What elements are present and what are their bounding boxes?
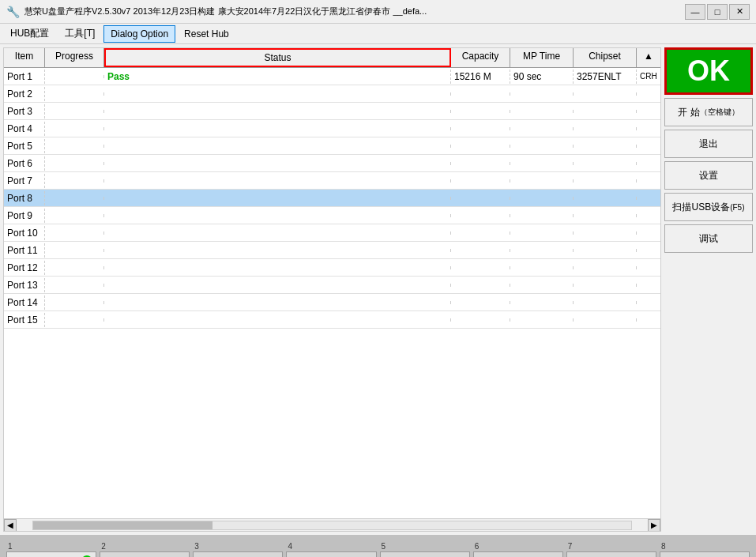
td-item: Port 4 xyxy=(4,122,45,136)
thumb-item[interactable]: 6 xyxy=(473,541,563,557)
table-row[interactable]: Port 2 xyxy=(4,85,660,103)
td-progress xyxy=(45,284,104,287)
thumb-box[interactable] xyxy=(473,551,563,557)
td-progress xyxy=(45,92,104,96)
td-status xyxy=(104,92,451,96)
td-capacity xyxy=(451,110,510,113)
scroll-left-arrow[interactable]: ◀ xyxy=(4,519,17,532)
thumb-box[interactable] xyxy=(193,551,283,557)
debug-button[interactable]: 调试 xyxy=(664,224,753,253)
td-progress xyxy=(45,249,104,252)
table-row[interactable]: Port 7 xyxy=(4,172,660,190)
table-row[interactable]: Port 10 xyxy=(4,224,660,242)
td-progress xyxy=(45,197,104,200)
thumb-box[interactable] xyxy=(380,551,470,557)
table-row[interactable]: Port 4 xyxy=(4,120,660,137)
thumb-box[interactable] xyxy=(566,551,656,557)
td-status xyxy=(104,249,451,252)
table-row[interactable]: Port 12 xyxy=(4,259,660,277)
col-chipset: Chipset xyxy=(574,48,637,67)
td-extra xyxy=(637,179,660,183)
thumb-item[interactable]: 2 xyxy=(100,541,190,557)
td-mptime xyxy=(510,249,574,252)
td-extra xyxy=(637,266,660,269)
scroll-right-arrow[interactable]: ▶ xyxy=(648,519,660,532)
td-mptime xyxy=(510,127,574,130)
table-row[interactable]: Port 8 xyxy=(4,190,660,207)
td-chipset xyxy=(574,284,637,287)
scan-button[interactable]: 扫描USB设备 (F5) xyxy=(664,193,753,221)
td-item: Port 5 xyxy=(4,139,45,153)
td-mptime xyxy=(510,318,574,322)
thumb-item[interactable]: 7 xyxy=(566,541,656,557)
thumb-item[interactable]: 4 xyxy=(286,541,376,557)
thumb-box[interactable] xyxy=(100,551,190,557)
td-extra xyxy=(637,231,660,235)
td-capacity xyxy=(451,197,510,200)
table-row[interactable]: Port 1 Pass 15216 M 90 sec 3257ENLT CRH xyxy=(4,68,660,85)
table-hscroll[interactable]: ◀ ▶ xyxy=(4,518,660,531)
td-item: Port 8 xyxy=(4,191,45,205)
td-mptime: 90 sec xyxy=(510,70,574,84)
td-capacity xyxy=(451,318,510,322)
settings-button[interactable]: 设置 xyxy=(664,161,753,190)
minimize-button[interactable]: — xyxy=(685,4,705,20)
td-capacity xyxy=(451,127,510,130)
start-button[interactable]: 开 始 （空格键） xyxy=(664,98,753,126)
td-status xyxy=(104,179,451,183)
thumb-item[interactable]: 8 xyxy=(660,541,750,557)
table-row[interactable]: Port 15 xyxy=(4,311,660,329)
thumb-box[interactable] xyxy=(660,551,750,557)
table-header: Item Progress Status Capacity MP Time Ch… xyxy=(4,48,660,68)
maximize-button[interactable]: □ xyxy=(707,4,728,20)
td-status xyxy=(104,127,451,130)
thumb-item[interactable]: 3 xyxy=(193,541,283,557)
td-chipset: 3257ENLT xyxy=(574,70,637,84)
td-status xyxy=(104,266,451,269)
menu-dialog-option[interactable]: Dialog Option xyxy=(103,25,175,43)
td-item: Port 7 xyxy=(4,174,45,188)
scan-label-line1: 扫描USB设备 xyxy=(672,201,730,214)
menu-tools[interactable]: 工具[T] xyxy=(58,24,102,43)
thumb-number: 6 xyxy=(473,541,563,551)
td-extra xyxy=(637,214,660,217)
thumb-item[interactable]: 5 xyxy=(380,541,470,557)
menu-hub-config[interactable]: HUB配置 xyxy=(3,24,56,43)
table-row[interactable]: Port 9 xyxy=(4,207,660,224)
main-container: Item Progress Status Capacity MP Time Ch… xyxy=(0,44,756,535)
td-progress xyxy=(45,214,104,217)
td-mptime xyxy=(510,266,574,269)
td-chipset xyxy=(574,214,637,217)
hscroll-track[interactable] xyxy=(32,521,632,530)
table-row[interactable]: Port 3 xyxy=(4,103,660,120)
thumb-row1: 116384 M(16)2345678 xyxy=(3,538,753,557)
thumb-box[interactable]: 16384 M(16) xyxy=(6,551,96,557)
menu-reset-hub[interactable]: Reset Hub xyxy=(177,25,236,43)
td-extra xyxy=(637,197,660,200)
app-icon: 🔧 xyxy=(6,6,20,18)
start-label-line1: 开 始 xyxy=(678,106,699,119)
td-capacity xyxy=(451,266,510,269)
table-body[interactable]: Port 1 Pass 15216 M 90 sec 3257ENLT CRH … xyxy=(4,68,660,518)
td-chipset xyxy=(574,197,637,200)
table-row[interactable]: Port 5 xyxy=(4,137,660,155)
table-row[interactable]: Port 13 xyxy=(4,277,660,294)
thumb-number: 1 xyxy=(6,541,96,551)
td-status xyxy=(104,145,451,148)
td-extra xyxy=(637,162,660,165)
ok-button[interactable]: OK xyxy=(664,47,753,95)
close-button[interactable]: ✕ xyxy=(729,4,750,20)
td-status xyxy=(104,318,451,322)
td-capacity xyxy=(451,231,510,235)
td-progress xyxy=(45,231,104,235)
table-row[interactable]: Port 14 xyxy=(4,294,660,311)
td-mptime xyxy=(510,197,574,200)
table-row[interactable]: Port 11 xyxy=(4,242,660,259)
td-extra xyxy=(637,284,660,287)
table-row[interactable]: Port 6 xyxy=(4,155,660,172)
exit-button[interactable]: 退出 xyxy=(664,130,753,158)
thumb-item[interactable]: 116384 M(16) xyxy=(6,541,96,557)
thumb-box[interactable] xyxy=(286,551,376,557)
td-extra xyxy=(637,301,660,304)
td-extra xyxy=(637,318,660,322)
